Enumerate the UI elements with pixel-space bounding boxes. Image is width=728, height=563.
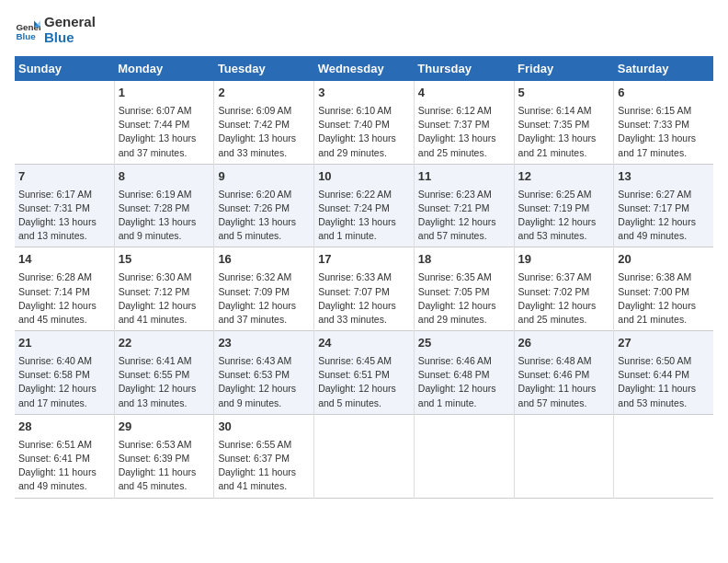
calendar-cell: 20Sunrise: 6:38 AMSunset: 7:00 PMDayligh… — [614, 247, 713, 331]
day-info-line: and 5 minutes. — [318, 396, 410, 410]
day-info-line: and 33 minutes. — [218, 146, 310, 160]
calendar-cell: 16Sunrise: 6:32 AMSunset: 7:09 PMDayligh… — [214, 247, 314, 331]
calendar-cell: 25Sunrise: 6:46 AMSunset: 6:48 PMDayligh… — [414, 331, 514, 415]
day-info-line: Sunset: 7:02 PM — [518, 285, 610, 299]
calendar-cell: 1Sunrise: 6:07 AMSunset: 7:44 PMDaylight… — [114, 81, 214, 164]
day-info-line: Daylight: 13 hours — [218, 132, 310, 145]
calendar-cell: 29Sunrise: 6:53 AMSunset: 6:39 PMDayligh… — [114, 414, 214, 498]
day-info-line: Daylight: 13 hours — [418, 132, 510, 145]
weekday-header-tuesday: Tuesday — [214, 56, 314, 81]
calendar-header-row: SundayMondayTuesdayWednesdayThursdayFrid… — [15, 56, 713, 81]
day-info-line: Sunrise: 6:32 AM — [218, 270, 310, 284]
day-info-line: Sunset: 7:12 PM — [119, 285, 210, 299]
day-info-line: Daylight: 13 hours — [119, 132, 210, 145]
day-info-line: Sunrise: 6:10 AM — [318, 104, 410, 118]
day-info-line: and 49 minutes. — [618, 229, 710, 243]
day-info-line: Sunrise: 6:41 AM — [119, 354, 210, 368]
day-info-line: and 57 minutes. — [518, 396, 610, 410]
day-info-line: Daylight: 11 hours — [18, 465, 110, 479]
calendar-cell: 18Sunrise: 6:35 AMSunset: 7:05 PMDayligh… — [414, 247, 514, 331]
day-info-line: and 25 minutes. — [518, 313, 610, 327]
calendar-cell: 5Sunrise: 6:14 AMSunset: 7:35 PMDaylight… — [514, 81, 614, 164]
day-info-line: and 45 minutes. — [18, 313, 110, 327]
svg-text:Blue: Blue — [16, 30, 36, 40]
day-number: 7 — [18, 168, 110, 186]
day-info-line: and 41 minutes. — [119, 313, 210, 327]
day-info-line: Sunrise: 6:19 AM — [119, 188, 210, 201]
day-info-line: Sunrise: 6:14 AM — [518, 104, 610, 118]
calendar-cell: 13Sunrise: 6:27 AMSunset: 7:17 PMDayligh… — [614, 164, 713, 247]
day-info-line: Sunrise: 6:45 AM — [318, 354, 410, 368]
day-info-line: Sunset: 7:19 PM — [518, 201, 610, 215]
day-info-line: and 37 minutes. — [218, 313, 310, 327]
day-info-line: Daylight: 12 hours — [119, 299, 210, 313]
day-info-line: Sunrise: 6:50 AM — [618, 354, 710, 368]
day-info-line: and 57 minutes. — [418, 229, 510, 243]
day-info-line: and 21 minutes. — [618, 313, 710, 327]
day-number: 13 — [618, 168, 710, 186]
day-info-line: and 21 minutes. — [518, 146, 610, 160]
calendar-cell — [514, 414, 614, 498]
day-info-line: Sunset: 7:14 PM — [18, 285, 110, 299]
day-info-line: Daylight: 12 hours — [618, 299, 710, 313]
day-number: 17 — [318, 251, 410, 269]
day-info-line: Sunset: 7:42 PM — [218, 118, 310, 132]
day-info-line: Sunset: 7:07 PM — [318, 285, 410, 299]
day-number: 6 — [618, 85, 710, 102]
day-info-line: Daylight: 12 hours — [518, 299, 610, 313]
day-info-line: Daylight: 12 hours — [518, 215, 610, 229]
calendar-cell: 8Sunrise: 6:19 AMSunset: 7:28 PMDaylight… — [114, 164, 214, 247]
day-info-line: Daylight: 12 hours — [119, 382, 210, 396]
day-info-line: Sunrise: 6:33 AM — [318, 270, 410, 284]
calendar-week-row: 1Sunrise: 6:07 AMSunset: 7:44 PMDaylight… — [15, 81, 713, 164]
day-info-line: Sunrise: 6:25 AM — [518, 188, 610, 201]
calendar-cell: 14Sunrise: 6:28 AMSunset: 7:14 PMDayligh… — [15, 247, 114, 331]
calendar-cell: 21Sunrise: 6:40 AMSunset: 6:58 PMDayligh… — [15, 331, 114, 415]
calendar-cell: 10Sunrise: 6:22 AMSunset: 7:24 PMDayligh… — [314, 164, 415, 247]
calendar-cell: 3Sunrise: 6:10 AMSunset: 7:40 PMDaylight… — [314, 81, 415, 164]
day-info-line: Sunrise: 6:55 AM — [218, 438, 310, 452]
weekday-header-friday: Friday — [514, 56, 614, 81]
day-info-line: Sunrise: 6:53 AM — [119, 438, 210, 452]
day-info-line: Daylight: 11 hours — [119, 465, 210, 479]
day-info-line: Sunset: 7:40 PM — [318, 118, 410, 132]
calendar-week-row: 28Sunrise: 6:51 AMSunset: 6:41 PMDayligh… — [15, 414, 713, 498]
day-number: 14 — [18, 251, 110, 269]
day-info-line: and 13 minutes. — [119, 396, 210, 410]
day-number: 8 — [119, 168, 210, 186]
day-info-line: Sunrise: 6:17 AM — [18, 188, 110, 201]
day-info-line: Daylight: 13 hours — [218, 215, 310, 229]
day-info-line: Sunset: 6:39 PM — [119, 452, 210, 465]
weekday-header-thursday: Thursday — [414, 56, 514, 81]
day-info-line: Sunrise: 6:30 AM — [119, 270, 210, 284]
day-info-line: Sunset: 7:37 PM — [418, 118, 510, 132]
calendar-cell: 2Sunrise: 6:09 AMSunset: 7:42 PMDaylight… — [214, 81, 314, 164]
day-number: 23 — [218, 335, 310, 352]
day-number: 27 — [618, 335, 710, 352]
calendar-cell: 28Sunrise: 6:51 AMSunset: 6:41 PMDayligh… — [15, 414, 114, 498]
day-info-line: Sunrise: 6:38 AM — [618, 270, 710, 284]
day-info-line: Sunset: 7:21 PM — [418, 201, 510, 215]
day-info-line: Daylight: 12 hours — [418, 215, 510, 229]
day-info-line: Daylight: 13 hours — [119, 215, 210, 229]
day-number: 10 — [318, 168, 410, 186]
logo: General Blue General Blue — [15, 15, 96, 45]
day-info-line: Sunrise: 6:43 AM — [218, 354, 310, 368]
day-info-line: Daylight: 12 hours — [318, 299, 410, 313]
day-info-line: and 33 minutes. — [318, 313, 410, 327]
day-info-line: Sunset: 6:41 PM — [18, 452, 110, 465]
day-info-line: Sunset: 7:28 PM — [119, 201, 210, 215]
day-info-line: Sunrise: 6:09 AM — [218, 104, 310, 118]
day-number: 3 — [318, 85, 410, 102]
weekday-header-saturday: Saturday — [614, 56, 713, 81]
day-info-line: and 9 minutes. — [119, 229, 210, 243]
calendar-week-row: 14Sunrise: 6:28 AMSunset: 7:14 PMDayligh… — [15, 247, 713, 331]
calendar-cell: 7Sunrise: 6:17 AMSunset: 7:31 PMDaylight… — [15, 164, 114, 247]
day-info-line: Sunset: 7:05 PM — [418, 285, 510, 299]
calendar-cell: 19Sunrise: 6:37 AMSunset: 7:02 PMDayligh… — [514, 247, 614, 331]
day-info-line: Sunrise: 6:46 AM — [418, 354, 510, 368]
calendar-week-row: 7Sunrise: 6:17 AMSunset: 7:31 PMDaylight… — [15, 164, 713, 247]
day-info-line: and 29 minutes. — [318, 146, 410, 160]
day-info-line: and 17 minutes. — [618, 146, 710, 160]
day-info-line: Sunrise: 6:28 AM — [18, 270, 110, 284]
